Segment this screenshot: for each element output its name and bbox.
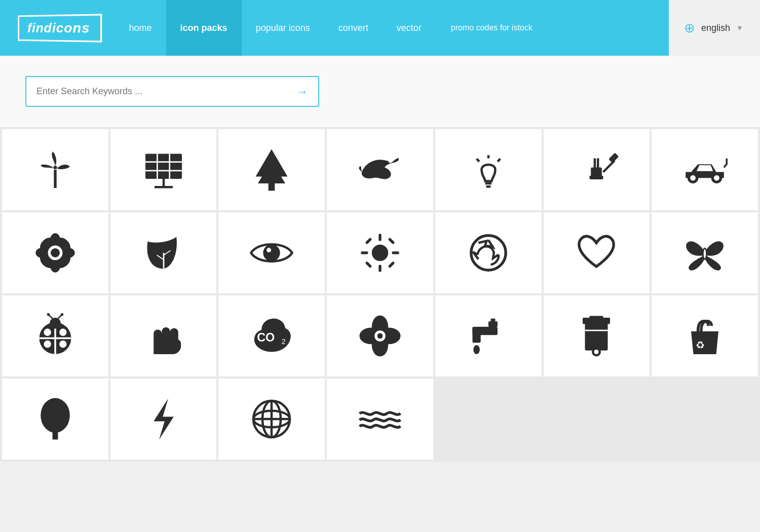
icon-globe[interactable] (218, 378, 325, 460)
nav-links: home icon packs popular icons convert ve… (115, 0, 669, 56)
search-box: → (25, 76, 319, 107)
svg-line-17 (498, 159, 500, 161)
icon-trash-bin[interactable] (544, 295, 650, 376)
logo-text: findicons (27, 20, 90, 35)
icon-solar-panel[interactable] (110, 129, 217, 210)
nav-home[interactable]: home (115, 0, 166, 56)
svg-rect-54 (365, 261, 372, 268)
icon-recycle[interactable] (435, 212, 542, 293)
svg-rect-91 (52, 431, 58, 440)
svg-point-12 (389, 160, 391, 163)
svg-rect-49 (378, 264, 381, 272)
svg-text:♻: ♻ (696, 339, 705, 351)
svg-point-62 (59, 329, 66, 336)
nav-convert[interactable]: convert (324, 0, 383, 56)
nav-popular-icons[interactable]: popular icons (242, 0, 324, 56)
icon-waves[interactable] (327, 378, 433, 460)
svg-rect-50 (361, 251, 368, 254)
icon-empty-2 (544, 378, 650, 460)
svg-line-30 (724, 158, 725, 160)
nav-icon-packs[interactable]: icon packs (166, 0, 242, 56)
globe-icon: ⊕ (684, 20, 695, 36)
icon-eye[interactable] (218, 212, 325, 293)
search-section: → (0, 56, 760, 127)
icon-pine-tree[interactable] (218, 129, 325, 210)
icon-recycle-bag[interactable]: ♻ (652, 295, 758, 376)
svg-rect-2 (145, 154, 182, 179)
svg-point-46 (267, 248, 271, 252)
icon-hand[interactable] (110, 295, 217, 376)
svg-text:CO: CO (257, 331, 275, 344)
icon-lightbulb[interactable] (435, 129, 542, 210)
svg-point-68 (47, 313, 50, 316)
svg-rect-18 (591, 168, 602, 177)
svg-rect-29 (726, 159, 728, 164)
icon-lightning[interactable] (110, 378, 217, 460)
icon-sun[interactable] (327, 212, 433, 293)
svg-point-87 (594, 350, 599, 354)
svg-line-67 (58, 315, 61, 319)
icon-wind-turbine[interactable] (2, 129, 108, 210)
svg-rect-21 (590, 176, 603, 179)
icon-plug[interactable] (544, 129, 650, 210)
icon-faucet[interactable] (435, 295, 542, 376)
svg-rect-80 (490, 319, 495, 322)
svg-point-1 (53, 166, 57, 169)
icon-heart[interactable] (544, 212, 650, 293)
svg-rect-84 (583, 318, 610, 324)
svg-line-16 (476, 159, 479, 161)
icon-leaf[interactable] (110, 212, 217, 293)
svg-point-47 (372, 245, 388, 261)
svg-rect-19 (594, 159, 596, 169)
icon-empty-1 (435, 378, 542, 460)
svg-rect-51 (392, 251, 399, 254)
logo[interactable]: findicons (0, 0, 115, 56)
svg-rect-23 (609, 153, 619, 163)
nav-right: ⊕ english ▼ (669, 0, 760, 56)
svg-point-27 (714, 175, 719, 181)
icon-grid: CO 2 (0, 127, 760, 462)
svg-point-45 (264, 246, 279, 260)
icon-tree[interactable] (2, 378, 108, 460)
search-input[interactable] (26, 77, 286, 106)
svg-line-66 (49, 315, 52, 319)
svg-rect-52 (365, 238, 372, 245)
icon-ladybug[interactable] (2, 295, 108, 376)
svg-rect-53 (388, 238, 395, 245)
icon-co2[interactable]: CO 2 (218, 295, 325, 376)
svg-rect-48 (378, 234, 381, 241)
icon-bird[interactable] (327, 129, 433, 210)
icon-flower[interactable] (2, 212, 108, 293)
svg-point-90 (41, 398, 70, 433)
svg-point-77 (377, 333, 383, 339)
svg-rect-11 (269, 182, 275, 191)
icon-electric-car[interactable] (652, 129, 758, 210)
svg-point-82 (473, 345, 480, 354)
svg-point-57 (703, 248, 707, 259)
chevron-down-icon: ▼ (736, 24, 743, 32)
nav-vector[interactable]: vector (383, 0, 436, 56)
svg-rect-55 (388, 261, 395, 268)
svg-point-64 (59, 340, 66, 348)
svg-marker-92 (154, 399, 174, 440)
svg-rect-20 (597, 159, 599, 169)
svg-rect-0 (54, 170, 56, 188)
svg-point-41 (51, 248, 60, 257)
svg-point-25 (690, 175, 696, 181)
svg-rect-81 (472, 327, 480, 343)
icon-butterfly[interactable] (652, 212, 758, 293)
navigation: findicons home icon packs popular icons … (0, 0, 760, 56)
svg-rect-83 (585, 322, 608, 351)
svg-point-63 (44, 340, 51, 348)
icon-empty-3 (652, 378, 758, 460)
language-label: english (701, 23, 730, 33)
icon-sprout[interactable] (327, 295, 433, 376)
svg-point-69 (61, 313, 63, 316)
svg-point-65 (50, 318, 61, 329)
svg-rect-85 (590, 316, 603, 318)
svg-point-61 (44, 329, 51, 336)
search-button[interactable]: → (286, 85, 318, 99)
svg-text:2: 2 (282, 337, 286, 346)
nav-promo[interactable]: promo codes for istock (436, 0, 548, 56)
